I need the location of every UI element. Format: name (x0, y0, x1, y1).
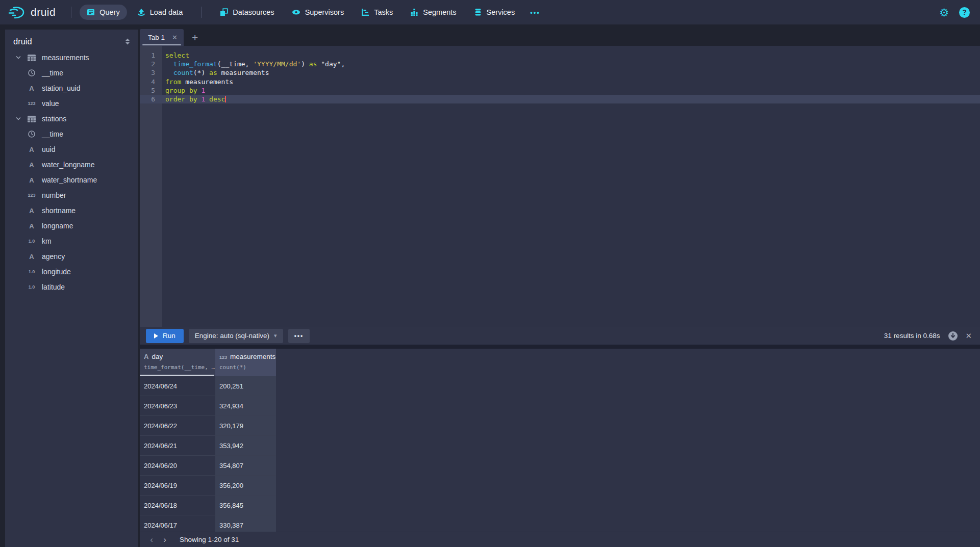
run-button[interactable]: Run (146, 329, 184, 343)
tree-column-water_shortname[interactable]: Awater_shortname (5, 172, 138, 188)
tree-item-label: latitude (42, 283, 65, 291)
settings-gear-icon[interactable]: ⚙ (939, 7, 949, 18)
play-icon (154, 333, 158, 338)
tree-column-uuid[interactable]: Auuid (5, 142, 138, 157)
time-type-icon (27, 131, 37, 138)
tree-item-label: stations (42, 115, 66, 123)
nav-item-segments[interactable]: Segments (403, 5, 463, 20)
cell-measurements[interactable]: 200,251 (215, 376, 276, 396)
tree-column-km[interactable]: 1.0km (5, 233, 138, 249)
cell-measurements[interactable]: 353,942 (215, 436, 276, 455)
table-row: 2024/06/24200,251 (140, 376, 276, 396)
tree-column-longname[interactable]: Alongname (5, 218, 138, 233)
cell-day[interactable]: 2024/06/20 (140, 456, 215, 475)
column-header-measurements[interactable]: 123 measurements count(*) (215, 349, 276, 376)
engine-select-button[interactable]: Engine: auto (sql-native) ▾ (189, 329, 283, 343)
tree-column-shortname[interactable]: Ashortname (5, 203, 138, 218)
cell-measurements[interactable]: 356,200 (215, 476, 276, 495)
tasks-icon (361, 8, 369, 16)
nav-item-label: Segments (423, 8, 456, 16)
cell-measurements[interactable]: 330,387 (215, 515, 276, 532)
editor-line-4[interactable]: 4from measurements (140, 77, 980, 86)
line-number: 2 (140, 60, 162, 68)
table-row: 2024/06/17330,387 (140, 515, 276, 532)
column-name: day (152, 353, 163, 360)
text-cursor (225, 96, 226, 102)
cell-day[interactable]: 2024/06/19 (140, 476, 215, 495)
cell-day[interactable]: 2024/06/24 (140, 376, 215, 396)
editor-line-2[interactable]: 2 time_format(__time, 'YYYY/MM/dd') as "… (140, 60, 980, 68)
line-code: select (162, 51, 189, 60)
nav-item-services[interactable]: Services (467, 5, 522, 20)
close-results-icon[interactable]: ✕ (965, 331, 972, 341)
nav-item-tasks[interactable]: Tasks (354, 5, 400, 20)
tree-item-label: number (42, 191, 66, 199)
cell-day[interactable]: 2024/06/22 (140, 416, 215, 435)
string-type-icon: A (144, 353, 148, 360)
table-row: 2024/06/20354,807 (140, 456, 276, 476)
cell-day[interactable]: 2024/06/17 (140, 515, 215, 532)
float-type-icon: 1.0 (27, 239, 37, 244)
time-type-icon (27, 69, 37, 76)
schema-header[interactable]: druid (5, 30, 138, 50)
line-code: group by 1 (162, 86, 205, 95)
sort-double-caret-icon[interactable] (124, 38, 131, 45)
cell-measurements[interactable]: 354,807 (215, 456, 276, 475)
tree-column-__time[interactable]: __time (5, 126, 138, 142)
tree-table-measurements[interactable]: measurements (5, 50, 138, 65)
tree-column-agency[interactable]: Aagency (5, 249, 138, 264)
nav-item-supervisors[interactable]: Supervisors (285, 5, 351, 20)
tree-table-stations[interactable]: stations (5, 111, 138, 126)
druid-logo[interactable]: druid (8, 6, 56, 19)
add-tab-button[interactable]: + (192, 32, 198, 44)
chevron-down-icon[interactable] (15, 116, 27, 122)
nav-item-load-data[interactable]: Load data (130, 5, 190, 20)
schema-name: druid (13, 37, 32, 46)
tree-column-__time[interactable]: __time (5, 65, 138, 81)
download-icon[interactable] (948, 331, 958, 341)
tree-column-water_longname[interactable]: Awater_longname (5, 157, 138, 172)
cell-measurements[interactable]: 356,845 (215, 496, 276, 515)
schema-sidebar: druid measurements__timeAstation_uuid123… (5, 30, 138, 547)
editor-line-3[interactable]: 3 count(*) as measurements (140, 68, 980, 77)
next-page-icon[interactable]: › (158, 535, 171, 545)
nav-item-query[interactable]: Query (80, 5, 127, 20)
cell-day[interactable]: 2024/06/21 (140, 436, 215, 455)
previous-page-icon[interactable]: ‹ (145, 535, 158, 545)
tree-column-station_uuid[interactable]: Astation_uuid (5, 81, 138, 96)
cell-measurements[interactable]: 320,179 (215, 416, 276, 435)
line-number: 4 (140, 77, 162, 86)
cell-measurements[interactable]: 324,934 (215, 396, 276, 415)
tab-tab1[interactable]: Tab 1 ✕ (140, 29, 184, 46)
tree-item-label: station_uuid (42, 84, 81, 92)
help-icon[interactable]: ? (959, 7, 970, 18)
tree-column-value[interactable]: 123value (5, 96, 138, 111)
cell-day[interactable]: 2024/06/18 (140, 496, 215, 515)
nav-item-label: Load data (150, 8, 183, 16)
editor-line-6[interactable]: 6order by 1 desc (140, 95, 980, 103)
cell-day[interactable]: 2024/06/23 (140, 396, 215, 415)
run-more-button[interactable]: ••• (288, 329, 310, 343)
editor-line-5[interactable]: 5group by 1 (140, 86, 980, 95)
column-expression: time_format(__time, … (144, 364, 215, 371)
table-row: 2024/06/21353,942 (140, 436, 276, 456)
sql-editor[interactable]: 1select2 time_format(__time, 'YYYY/MM/dd… (140, 46, 980, 327)
tree-column-latitude[interactable]: 1.0latitude (5, 279, 138, 295)
navbar-menu: Query Load data Datasources Supervisors (80, 5, 545, 20)
tree-column-longitude[interactable]: 1.0longitude (5, 264, 138, 279)
nav-more-icon[interactable]: ••• (525, 5, 545, 20)
tree-column-number[interactable]: 123number (5, 188, 138, 203)
tab-close-icon[interactable]: ✕ (172, 34, 178, 41)
string-type-icon: A (27, 161, 37, 169)
column-header-day[interactable]: A day time_format(__time, … (140, 349, 215, 376)
column-expression: count(*) (219, 364, 276, 371)
druid-logo-icon (8, 6, 27, 19)
tree-item-label: value (42, 99, 59, 108)
nav-item-datasources[interactable]: Datasources (213, 5, 281, 20)
editor-line-1[interactable]: 1select (140, 51, 980, 60)
tree-item-label: uuid (42, 145, 55, 153)
tree-item-label: __time (42, 130, 63, 138)
chevron-down-icon[interactable] (15, 55, 27, 61)
services-icon (474, 8, 482, 16)
nav-item-label: Query (99, 8, 120, 16)
